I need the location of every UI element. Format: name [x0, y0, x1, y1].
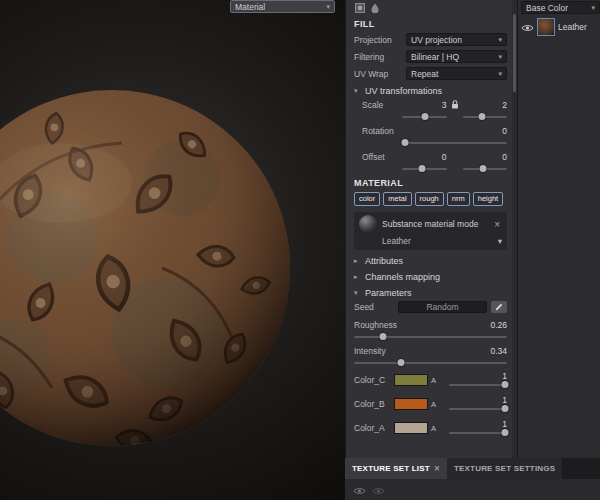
filtering-label: Filtering: [354, 52, 406, 62]
scale-x-slider[interactable]: [402, 112, 447, 121]
show-all-eye-icon[interactable]: [353, 481, 366, 499]
offset-y-value[interactable]: 0: [463, 152, 508, 162]
bottom-tab-bar: TEXTURE SET LIST × TEXTURE SET SETTINGS: [345, 458, 600, 479]
uv-transformations-title: UV transformations: [365, 86, 442, 96]
seed-random-button[interactable]: Random: [398, 301, 487, 313]
tab-texture-set-settings[interactable]: TEXTURE SET SETTINGS: [447, 458, 562, 479]
layer-thumbnail[interactable]: [537, 18, 555, 36]
roughness-value[interactable]: 0.26: [397, 320, 507, 330]
chevron-right-icon: ▸: [354, 273, 361, 281]
viewport-display-mode-value: Material: [235, 2, 265, 12]
material-mode-label: Substance material mode: [382, 219, 487, 229]
parameters-title: Parameters: [365, 288, 412, 298]
projection-label: Projection: [354, 35, 406, 45]
filtering-value: Bilinear | HQ: [411, 52, 459, 62]
offset-x-slider[interactable]: [402, 164, 447, 173]
offset-values-row: Offset 0 0: [362, 151, 507, 162]
color-b-alpha-slider-handle[interactable]: [502, 405, 509, 412]
color-b-alpha-slider[interactable]: [449, 404, 507, 413]
intensity-slider[interactable]: [354, 358, 507, 367]
fill-section-title: FILL: [354, 19, 507, 29]
intensity-slider-handle[interactable]: [398, 359, 405, 366]
scale-x-value[interactable]: 3: [402, 100, 447, 110]
roughness-slider-handle[interactable]: [380, 333, 387, 340]
properties-scrollbar-thumb[interactable]: [513, 14, 516, 92]
color-b-label: Color_B: [354, 399, 394, 409]
scale-values-row: Scale 3 2: [362, 99, 507, 110]
color-c-alpha-slider[interactable]: [449, 380, 507, 389]
viewport-display-mode-select[interactable]: Material ▾: [230, 0, 335, 13]
material-preview-sphere[interactable]: [0, 88, 292, 448]
projection-value: UV projection: [411, 35, 462, 45]
color-b-swatch[interactable]: [394, 398, 428, 410]
chevron-down-icon: ▾: [498, 53, 502, 60]
scale-y-slider-handle[interactable]: [479, 113, 486, 120]
uv-wrap-row: UV Wrap Repeat ▾: [354, 67, 507, 80]
projection-row: Projection UV projection ▾: [354, 33, 507, 46]
rotation-row: Rotation 0: [362, 125, 507, 136]
seed-edit-button[interactable]: [491, 301, 507, 313]
material-mode-icon[interactable]: [369, 2, 380, 13]
scale-y-slider[interactable]: [463, 112, 508, 121]
scale-x-slider-handle[interactable]: [422, 113, 429, 120]
channel-chip-color[interactable]: color: [354, 192, 380, 206]
intensity-value[interactable]: 0.34: [394, 346, 507, 356]
fill-layer-icon[interactable]: [354, 2, 365, 13]
close-icon[interactable]: ×: [434, 463, 440, 474]
material-name-select[interactable]: Leather ▾: [382, 236, 502, 246]
filtering-select[interactable]: Bilinear | HQ ▾: [406, 50, 507, 63]
attributes-fold[interactable]: ▸ Attributes: [354, 256, 507, 266]
channel-chip-metal[interactable]: metal: [383, 192, 411, 206]
properties-header-icons: [354, 1, 507, 14]
color-b-alpha-value[interactable]: 1: [449, 395, 507, 404]
color-c-alpha-slider-handle[interactable]: [502, 381, 509, 388]
channels-mapping-fold[interactable]: ▸ Channels mapping: [354, 272, 507, 282]
color-c-swatch[interactable]: [394, 374, 428, 386]
color-c-row: Color_C A 1: [354, 371, 507, 389]
color-a-alpha-value[interactable]: 1: [449, 419, 507, 428]
projection-select[interactable]: UV projection ▾: [406, 33, 507, 46]
chevron-down-icon: ▾: [498, 236, 502, 246]
color-a-alpha-label: A: [431, 424, 436, 433]
tab-texture-set-list[interactable]: TEXTURE SET LIST ×: [345, 458, 447, 479]
color-a-row: Color_A A 1: [354, 419, 507, 437]
color-c-alpha-value[interactable]: 1: [449, 371, 507, 380]
roughness-slider[interactable]: [354, 332, 507, 341]
uv-transformations-fold[interactable]: ▾ UV transformations: [354, 86, 507, 96]
channel-chip-rough[interactable]: rough: [415, 192, 444, 206]
hide-all-eye-icon[interactable]: [372, 481, 385, 499]
scale-lock-icon[interactable]: [447, 100, 463, 109]
3d-viewport[interactable]: [0, 0, 345, 500]
parameters-fold[interactable]: ▾ Parameters: [354, 288, 507, 298]
rotation-value[interactable]: 0: [402, 126, 507, 136]
uv-wrap-select[interactable]: Repeat ▾: [406, 67, 507, 80]
color-a-swatch[interactable]: [394, 422, 428, 434]
uv-wrap-label: UV Wrap: [354, 69, 406, 79]
channel-chip-nrm[interactable]: nrm: [447, 192, 470, 206]
pencil-icon: [495, 303, 503, 311]
color-c-alpha-label: A: [431, 376, 436, 385]
attributes-title: Attributes: [365, 256, 403, 266]
seed-row: Seed Random: [354, 301, 507, 313]
color-a-label: Color_A: [354, 423, 394, 433]
layer-visibility-eye-icon[interactable]: [521, 18, 534, 36]
offset-y-slider-handle[interactable]: [479, 165, 486, 172]
rotation-slider-handle[interactable]: [402, 139, 409, 146]
scale-y-value[interactable]: 2: [463, 100, 508, 110]
offset-y-slider[interactable]: [463, 164, 508, 173]
offset-x-slider-handle[interactable]: [419, 165, 426, 172]
chevron-down-icon: ▾: [591, 4, 595, 11]
layer-row-leather[interactable]: Leather: [521, 18, 600, 36]
seed-label: Seed: [354, 302, 394, 312]
tab-texture-set-settings-label: TEXTURE SET SETTINGS: [454, 464, 555, 473]
channel-view-select[interactable]: Base Color ▾: [521, 1, 600, 14]
color-a-alpha-slider-handle[interactable]: [502, 429, 509, 436]
rotation-slider[interactable]: [402, 138, 507, 147]
close-icon[interactable]: ×: [492, 219, 502, 230]
color-a-alpha-slider[interactable]: [449, 428, 507, 437]
uv-wrap-value: Repeat: [411, 69, 438, 79]
channel-chip-height[interactable]: height: [473, 192, 503, 206]
offset-x-value[interactable]: 0: [402, 152, 447, 162]
layers-panel: Base Color ▾ Leather: [517, 0, 600, 458]
filtering-row: Filtering Bilinear | HQ ▾: [354, 50, 507, 63]
